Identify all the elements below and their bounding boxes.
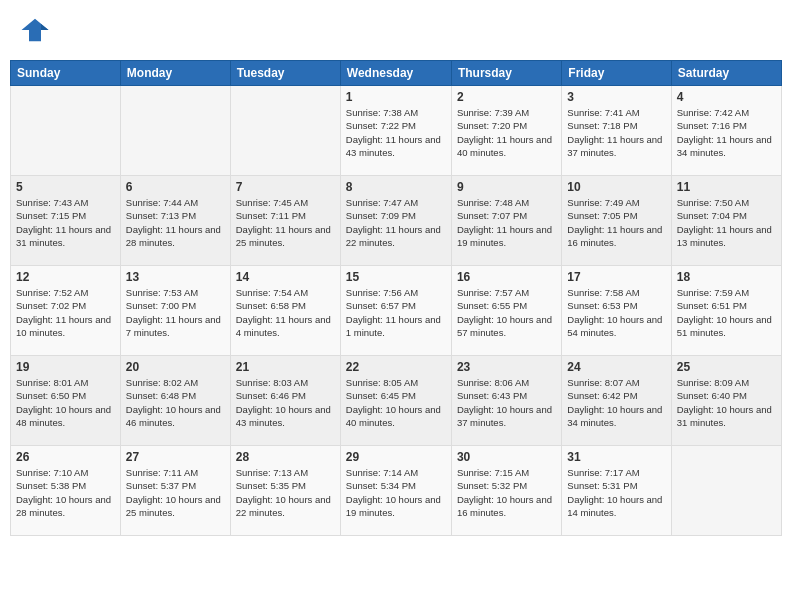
calendar-week-row: 19Sunrise: 8:01 AMSunset: 6:50 PMDayligh… xyxy=(11,356,782,446)
logo xyxy=(20,15,52,45)
day-info: Sunrise: 7:41 AMSunset: 7:18 PMDaylight:… xyxy=(567,106,665,159)
day-info: Sunrise: 8:03 AMSunset: 6:46 PMDaylight:… xyxy=(236,376,335,429)
day-number: 3 xyxy=(567,90,665,104)
day-info: Sunrise: 8:06 AMSunset: 6:43 PMDaylight:… xyxy=(457,376,556,429)
day-number: 30 xyxy=(457,450,556,464)
logo-icon xyxy=(20,15,50,45)
calendar-cell: 31Sunrise: 7:17 AMSunset: 5:31 PMDayligh… xyxy=(562,446,671,536)
weekday-header: Tuesday xyxy=(230,61,340,86)
calendar-cell: 6Sunrise: 7:44 AMSunset: 7:13 PMDaylight… xyxy=(120,176,230,266)
calendar-table: SundayMondayTuesdayWednesdayThursdayFrid… xyxy=(10,60,782,536)
calendar-week-row: 26Sunrise: 7:10 AMSunset: 5:38 PMDayligh… xyxy=(11,446,782,536)
calendar-cell: 23Sunrise: 8:06 AMSunset: 6:43 PMDayligh… xyxy=(451,356,561,446)
day-number: 17 xyxy=(567,270,665,284)
day-number: 4 xyxy=(677,90,776,104)
weekday-header: Thursday xyxy=(451,61,561,86)
day-number: 18 xyxy=(677,270,776,284)
day-info: Sunrise: 7:59 AMSunset: 6:51 PMDaylight:… xyxy=(677,286,776,339)
day-info: Sunrise: 7:13 AMSunset: 5:35 PMDaylight:… xyxy=(236,466,335,519)
calendar-cell: 24Sunrise: 8:07 AMSunset: 6:42 PMDayligh… xyxy=(562,356,671,446)
day-info: Sunrise: 7:45 AMSunset: 7:11 PMDaylight:… xyxy=(236,196,335,249)
calendar-cell: 5Sunrise: 7:43 AMSunset: 7:15 PMDaylight… xyxy=(11,176,121,266)
calendar-cell: 17Sunrise: 7:58 AMSunset: 6:53 PMDayligh… xyxy=(562,266,671,356)
calendar-cell: 4Sunrise: 7:42 AMSunset: 7:16 PMDaylight… xyxy=(671,86,781,176)
day-info: Sunrise: 7:54 AMSunset: 6:58 PMDaylight:… xyxy=(236,286,335,339)
calendar-cell: 1Sunrise: 7:38 AMSunset: 7:22 PMDaylight… xyxy=(340,86,451,176)
day-info: Sunrise: 7:15 AMSunset: 5:32 PMDaylight:… xyxy=(457,466,556,519)
day-info: Sunrise: 7:17 AMSunset: 5:31 PMDaylight:… xyxy=(567,466,665,519)
day-info: Sunrise: 7:50 AMSunset: 7:04 PMDaylight:… xyxy=(677,196,776,249)
day-info: Sunrise: 7:14 AMSunset: 5:34 PMDaylight:… xyxy=(346,466,446,519)
day-number: 12 xyxy=(16,270,115,284)
calendar-cell: 26Sunrise: 7:10 AMSunset: 5:38 PMDayligh… xyxy=(11,446,121,536)
page-header xyxy=(10,10,782,50)
day-info: Sunrise: 7:11 AMSunset: 5:37 PMDaylight:… xyxy=(126,466,225,519)
day-number: 25 xyxy=(677,360,776,374)
day-number: 11 xyxy=(677,180,776,194)
calendar-week-row: 12Sunrise: 7:52 AMSunset: 7:02 PMDayligh… xyxy=(11,266,782,356)
day-info: Sunrise: 8:02 AMSunset: 6:48 PMDaylight:… xyxy=(126,376,225,429)
day-number: 22 xyxy=(346,360,446,374)
calendar-cell: 2Sunrise: 7:39 AMSunset: 7:20 PMDaylight… xyxy=(451,86,561,176)
day-info: Sunrise: 7:57 AMSunset: 6:55 PMDaylight:… xyxy=(457,286,556,339)
calendar-cell xyxy=(11,86,121,176)
calendar-cell: 19Sunrise: 8:01 AMSunset: 6:50 PMDayligh… xyxy=(11,356,121,446)
day-info: Sunrise: 7:47 AMSunset: 7:09 PMDaylight:… xyxy=(346,196,446,249)
day-info: Sunrise: 7:10 AMSunset: 5:38 PMDaylight:… xyxy=(16,466,115,519)
calendar-cell: 22Sunrise: 8:05 AMSunset: 6:45 PMDayligh… xyxy=(340,356,451,446)
day-info: Sunrise: 8:09 AMSunset: 6:40 PMDaylight:… xyxy=(677,376,776,429)
calendar-cell: 10Sunrise: 7:49 AMSunset: 7:05 PMDayligh… xyxy=(562,176,671,266)
day-info: Sunrise: 7:44 AMSunset: 7:13 PMDaylight:… xyxy=(126,196,225,249)
day-info: Sunrise: 7:39 AMSunset: 7:20 PMDaylight:… xyxy=(457,106,556,159)
day-number: 28 xyxy=(236,450,335,464)
day-number: 23 xyxy=(457,360,556,374)
day-number: 8 xyxy=(346,180,446,194)
calendar-cell: 13Sunrise: 7:53 AMSunset: 7:00 PMDayligh… xyxy=(120,266,230,356)
day-info: Sunrise: 7:42 AMSunset: 7:16 PMDaylight:… xyxy=(677,106,776,159)
day-info: Sunrise: 7:53 AMSunset: 7:00 PMDaylight:… xyxy=(126,286,225,339)
day-number: 6 xyxy=(126,180,225,194)
calendar-cell: 12Sunrise: 7:52 AMSunset: 7:02 PMDayligh… xyxy=(11,266,121,356)
calendar-header-row: SundayMondayTuesdayWednesdayThursdayFrid… xyxy=(11,61,782,86)
calendar-cell: 21Sunrise: 8:03 AMSunset: 6:46 PMDayligh… xyxy=(230,356,340,446)
calendar-cell: 11Sunrise: 7:50 AMSunset: 7:04 PMDayligh… xyxy=(671,176,781,266)
calendar-cell: 25Sunrise: 8:09 AMSunset: 6:40 PMDayligh… xyxy=(671,356,781,446)
day-number: 21 xyxy=(236,360,335,374)
day-info: Sunrise: 8:07 AMSunset: 6:42 PMDaylight:… xyxy=(567,376,665,429)
day-number: 29 xyxy=(346,450,446,464)
weekday-header: Wednesday xyxy=(340,61,451,86)
weekday-header: Friday xyxy=(562,61,671,86)
day-number: 5 xyxy=(16,180,115,194)
calendar-week-row: 5Sunrise: 7:43 AMSunset: 7:15 PMDaylight… xyxy=(11,176,782,266)
day-info: Sunrise: 7:38 AMSunset: 7:22 PMDaylight:… xyxy=(346,106,446,159)
day-number: 2 xyxy=(457,90,556,104)
day-number: 14 xyxy=(236,270,335,284)
weekday-header: Sunday xyxy=(11,61,121,86)
day-number: 31 xyxy=(567,450,665,464)
day-info: Sunrise: 8:05 AMSunset: 6:45 PMDaylight:… xyxy=(346,376,446,429)
calendar-cell: 14Sunrise: 7:54 AMSunset: 6:58 PMDayligh… xyxy=(230,266,340,356)
calendar-cell: 29Sunrise: 7:14 AMSunset: 5:34 PMDayligh… xyxy=(340,446,451,536)
day-number: 10 xyxy=(567,180,665,194)
calendar-week-row: 1Sunrise: 7:38 AMSunset: 7:22 PMDaylight… xyxy=(11,86,782,176)
day-number: 15 xyxy=(346,270,446,284)
calendar-cell: 15Sunrise: 7:56 AMSunset: 6:57 PMDayligh… xyxy=(340,266,451,356)
day-number: 27 xyxy=(126,450,225,464)
day-number: 26 xyxy=(16,450,115,464)
calendar-cell: 20Sunrise: 8:02 AMSunset: 6:48 PMDayligh… xyxy=(120,356,230,446)
calendar-cell xyxy=(120,86,230,176)
day-number: 9 xyxy=(457,180,556,194)
calendar-cell: 9Sunrise: 7:48 AMSunset: 7:07 PMDaylight… xyxy=(451,176,561,266)
calendar-cell: 16Sunrise: 7:57 AMSunset: 6:55 PMDayligh… xyxy=(451,266,561,356)
day-number: 20 xyxy=(126,360,225,374)
weekday-header: Monday xyxy=(120,61,230,86)
calendar-cell: 27Sunrise: 7:11 AMSunset: 5:37 PMDayligh… xyxy=(120,446,230,536)
day-info: Sunrise: 7:56 AMSunset: 6:57 PMDaylight:… xyxy=(346,286,446,339)
day-info: Sunrise: 7:58 AMSunset: 6:53 PMDaylight:… xyxy=(567,286,665,339)
day-number: 7 xyxy=(236,180,335,194)
day-info: Sunrise: 8:01 AMSunset: 6:50 PMDaylight:… xyxy=(16,376,115,429)
calendar-cell: 28Sunrise: 7:13 AMSunset: 5:35 PMDayligh… xyxy=(230,446,340,536)
calendar-cell: 8Sunrise: 7:47 AMSunset: 7:09 PMDaylight… xyxy=(340,176,451,266)
day-number: 19 xyxy=(16,360,115,374)
calendar-cell: 3Sunrise: 7:41 AMSunset: 7:18 PMDaylight… xyxy=(562,86,671,176)
